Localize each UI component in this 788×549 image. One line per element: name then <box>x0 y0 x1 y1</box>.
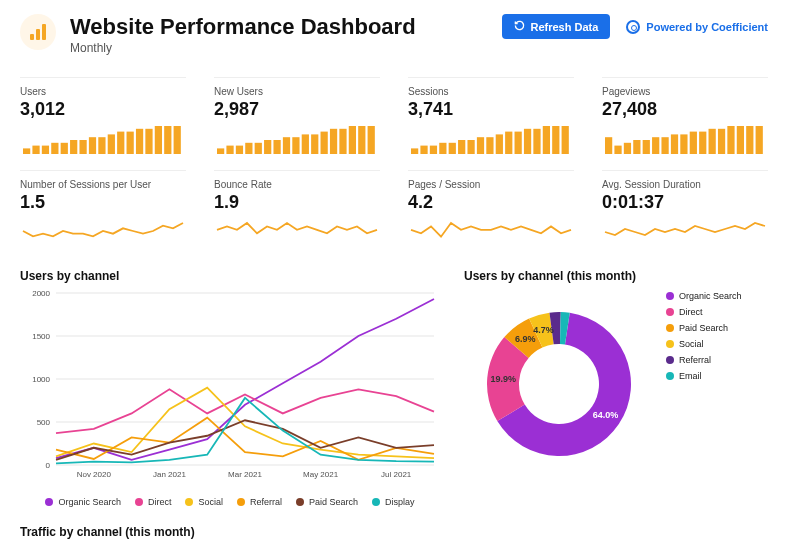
svg-rect-17 <box>155 126 162 154</box>
svg-rect-35 <box>358 126 365 154</box>
legend-label: Direct <box>679 307 703 317</box>
svg-rect-64 <box>699 132 706 154</box>
svg-rect-45 <box>486 137 493 154</box>
svg-rect-30 <box>311 135 318 155</box>
svg-rect-52 <box>552 126 559 154</box>
sparkline-line <box>214 217 380 249</box>
legend-label: Referral <box>679 355 711 365</box>
svg-text:May 2021: May 2021 <box>303 470 339 479</box>
svg-rect-59 <box>652 137 659 154</box>
legend-label: Paid Search <box>679 323 728 333</box>
svg-text:500: 500 <box>37 418 51 427</box>
svg-rect-14 <box>127 132 134 154</box>
kpi-label: Pages / Session <box>408 179 574 190</box>
svg-text:1500: 1500 <box>32 332 50 341</box>
kpi-card: Avg. Session Duration0:01:37 <box>602 170 768 253</box>
kpi-value: 1.5 <box>20 192 186 213</box>
page-subtitle: Monthly <box>70 41 488 55</box>
legend-dot <box>135 498 143 506</box>
svg-text:4.7%: 4.7% <box>533 325 554 335</box>
svg-rect-69 <box>746 126 753 154</box>
svg-rect-10 <box>89 137 96 154</box>
legend-item: Direct <box>135 497 172 507</box>
refresh-icon <box>514 20 525 33</box>
legend-label: Direct <box>148 497 172 507</box>
svg-rect-25 <box>264 140 271 154</box>
svg-text:1000: 1000 <box>32 375 50 384</box>
kpi-card: Sessions3,741 <box>408 77 574 160</box>
legend-label: Referral <box>250 497 282 507</box>
kpi-card: Users3,012 <box>20 77 186 160</box>
legend-label: Social <box>198 497 223 507</box>
svg-text:19.9%: 19.9% <box>490 375 516 385</box>
svg-rect-63 <box>690 132 697 154</box>
svg-rect-1 <box>36 29 40 40</box>
svg-rect-4 <box>32 146 39 154</box>
svg-text:Mar 2021: Mar 2021 <box>228 470 262 479</box>
svg-rect-7 <box>61 143 68 154</box>
svg-rect-2 <box>42 24 46 40</box>
coefficient-icon <box>626 20 640 34</box>
svg-rect-49 <box>524 129 531 154</box>
legend-dot <box>666 308 674 316</box>
svg-rect-66 <box>718 129 725 154</box>
svg-rect-32 <box>330 129 337 154</box>
svg-rect-57 <box>633 140 640 154</box>
legend-label: Social <box>679 339 704 349</box>
svg-rect-18 <box>164 126 171 154</box>
ga-logo-icon <box>20 14 56 50</box>
svg-rect-34 <box>349 126 356 154</box>
svg-rect-3 <box>23 149 30 155</box>
line-chart-title: Users by channel <box>20 269 440 283</box>
svg-rect-56 <box>624 143 631 154</box>
kpi-value: 2,987 <box>214 99 380 120</box>
svg-rect-38 <box>420 146 427 154</box>
svg-rect-42 <box>458 140 465 154</box>
refresh-button[interactable]: Refresh Data <box>502 14 611 39</box>
svg-rect-37 <box>411 149 418 155</box>
sparkline-line <box>20 217 186 249</box>
svg-rect-8 <box>70 140 77 154</box>
legend-dot <box>45 498 53 506</box>
svg-rect-68 <box>737 126 744 154</box>
kpi-value: 27,408 <box>602 99 768 120</box>
svg-rect-26 <box>273 140 280 154</box>
svg-rect-9 <box>79 140 86 154</box>
svg-rect-27 <box>283 137 290 154</box>
legend-item: Referral <box>666 355 742 365</box>
kpi-value: 4.2 <box>408 192 574 213</box>
legend-dot <box>666 340 674 348</box>
svg-rect-65 <box>709 129 716 154</box>
legend-dot <box>666 372 674 380</box>
svg-rect-60 <box>661 137 668 154</box>
legend-item: Organic Search <box>666 291 742 301</box>
svg-text:Jul 2021: Jul 2021 <box>381 470 412 479</box>
legend-item: Direct <box>666 307 742 317</box>
users-by-channel-donut: 64.0%19.9%6.9%4.7% <box>464 287 654 477</box>
svg-rect-31 <box>321 132 328 154</box>
svg-rect-48 <box>515 132 522 154</box>
svg-rect-40 <box>439 143 446 154</box>
kpi-label: Number of Sessions per User <box>20 179 186 190</box>
svg-rect-28 <box>292 137 299 154</box>
svg-rect-62 <box>680 135 687 155</box>
legend-item: Organic Search <box>45 497 121 507</box>
powered-by-link[interactable]: Powered by Coefficient <box>626 20 768 34</box>
svg-rect-16 <box>145 129 152 154</box>
legend-item: Social <box>666 339 742 349</box>
legend-dot <box>185 498 193 506</box>
legend-dot <box>666 324 674 332</box>
legend-item: Display <box>372 497 415 507</box>
svg-rect-21 <box>226 146 233 154</box>
sparkline-line <box>408 217 574 249</box>
legend-item: Paid Search <box>666 323 742 333</box>
kpi-card: New Users2,987 <box>214 77 380 160</box>
kpi-value: 1.9 <box>214 192 380 213</box>
kpi-card: Pages / Session4.2 <box>408 170 574 253</box>
powered-by-label: Powered by Coefficient <box>646 21 768 33</box>
kpi-value: 0:01:37 <box>602 192 768 213</box>
users-by-channel-line-chart: 0500100015002000Nov 2020Jan 2021Mar 2021… <box>20 287 440 487</box>
sparkline-line <box>602 217 768 249</box>
svg-rect-54 <box>605 137 612 154</box>
svg-rect-67 <box>727 126 734 154</box>
